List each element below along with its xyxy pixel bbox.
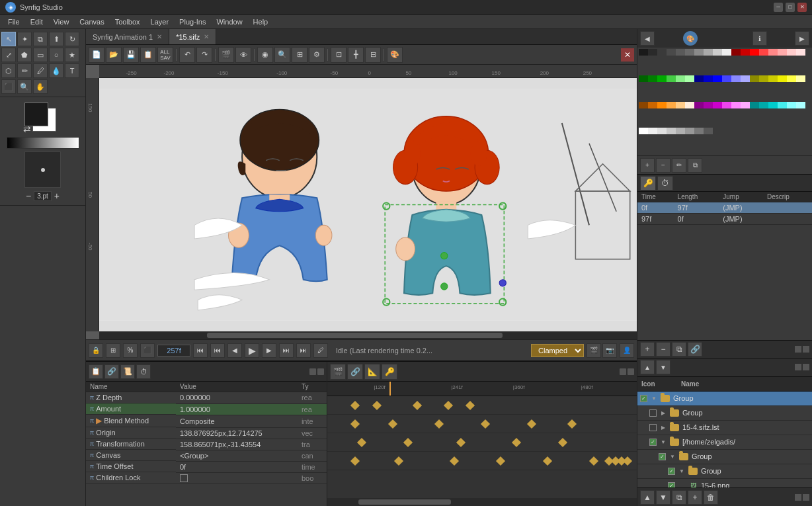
color-cell-34[interactable] [787, 75, 796, 82]
color-cell-30[interactable] [750, 75, 759, 82]
tool-text[interactable]: T [65, 63, 79, 78]
color-cell-0[interactable] [639, 49, 648, 56]
toggle-guides[interactable]: ╋ [348, 47, 364, 63]
keyframe-diamond[interactable] [567, 419, 577, 429]
frame-input[interactable] [157, 345, 190, 357]
color-cell-21[interactable] [667, 75, 676, 82]
wp-tab-waypoints[interactable]: 🔑 [640, 176, 656, 190]
color-cell-60[interactable] [694, 128, 704, 134]
keyframe-diamond[interactable] [589, 456, 598, 466]
table-row[interactable]: πZ Depth0.000000rea [86, 392, 327, 404]
color-cell-1[interactable] [648, 49, 657, 56]
undo-button[interactable]: ↶ [179, 47, 195, 63]
close-button[interactable]: ✕ [797, 3, 807, 12]
list-item[interactable]: ✓▼Group [637, 464, 812, 479]
color-cell-14[interactable] [768, 49, 778, 56]
layer-check-4[interactable]: ✓ [647, 439, 659, 446]
color-cell-8[interactable] [713, 49, 722, 56]
tool-fill[interactable]: ⬛ [1, 79, 16, 94]
timeline-scrollbar[interactable] [327, 498, 637, 506]
color-cell-58[interactable] [676, 128, 685, 134]
keyframe-diamond[interactable] [444, 401, 453, 410]
layer-expand-5[interactable]: ▼ [668, 454, 677, 460]
color-cell-41[interactable] [685, 102, 694, 108]
keyframe-diamond[interactable] [350, 456, 360, 466]
layers-scroll-up[interactable]: ▲ [640, 360, 655, 374]
tl-tab-keyframes[interactable]: 🔑 [382, 364, 397, 380]
layers-nav-1[interactable] [795, 364, 801, 370]
wp-link-button[interactable]: 🔗 [688, 342, 702, 357]
step-forward-button[interactable]: ▶ [262, 343, 276, 358]
tool-rect[interactable]: ▭ [33, 48, 48, 62]
canvas-percent-button[interactable]: % [123, 343, 138, 358]
color-cell-13[interactable] [759, 49, 768, 56]
tool-eyedrop[interactable]: 💧 [49, 63, 63, 78]
tool-mirror[interactable]: ⬟ [17, 48, 32, 62]
color-cell-10[interactable] [731, 49, 741, 56]
layer-check-2[interactable] [647, 409, 659, 417]
canvas-lock-button[interactable]: 🔒 [89, 343, 103, 358]
loop-button[interactable]: 🖊 [313, 343, 328, 358]
table-row[interactable]: πOrigin138.876925px,12.714275vec [86, 427, 327, 439]
layer-move-down-button[interactable]: ▼ [656, 490, 670, 505]
color-cell-51[interactable] [778, 102, 787, 108]
canvas-export-button[interactable]: ⬛ [140, 343, 155, 358]
next-keyframe-button[interactable]: ⏭ [279, 343, 294, 358]
tool-rotate[interactable]: ↻ [65, 32, 79, 46]
timeline-scrollbar-thumb[interactable] [358, 499, 451, 505]
tl-tab-canvas[interactable]: 📐 [364, 364, 380, 380]
tl-tab-animation[interactable]: 🎬 [330, 364, 346, 380]
list-item[interactable]: ✓▼[/home/zelgadis/ [637, 435, 812, 450]
color-cell-7[interactable] [704, 49, 713, 56]
color-cell-12[interactable] [750, 49, 759, 56]
table-row[interactable]: πTransformation158.865071px,-31.43554tra [86, 439, 327, 450]
redo-button[interactable]: ↷ [196, 47, 212, 63]
size-minus-button[interactable]: − [26, 190, 31, 201]
tool-polygon[interactable]: ⬡ [1, 63, 16, 78]
keyframe-diamond[interactable] [403, 438, 413, 447]
color-cell-32[interactable] [768, 75, 778, 82]
layer-expand-2[interactable]: ▶ [659, 410, 668, 416]
color-cell-42[interactable] [694, 102, 704, 108]
color-cell-9[interactable] [722, 49, 731, 56]
color-cell-52[interactable] [787, 102, 796, 108]
layer-expand-6[interactable]: ▼ [677, 468, 686, 474]
size-plus-button[interactable]: + [54, 190, 60, 201]
color-cell-4[interactable] [676, 49, 685, 56]
menu-edit[interactable]: Edit [25, 17, 48, 27]
canvas-area[interactable]: -250 -200 -150 -100 -50 0 50 100 150 200… [86, 65, 637, 339]
layers-nav-2[interactable] [803, 364, 809, 370]
layer-expand-3[interactable]: ▶ [659, 425, 668, 431]
keyframe-diamond[interactable] [357, 438, 366, 447]
record-button[interactable]: 👤 [620, 343, 634, 358]
color-cell-36[interactable] [639, 102, 648, 108]
layer-check-3[interactable] [647, 424, 659, 431]
save-all-button[interactable]: ALLSAV [157, 47, 173, 63]
wp-scroll-down[interactable] [803, 346, 809, 353]
color-cell-57[interactable] [667, 128, 676, 134]
list-item[interactable]: ✓▼Group [637, 450, 812, 464]
props-tab4[interactable]: ⏱ [136, 364, 151, 379]
canvas-fit-button[interactable]: ⊞ [106, 343, 120, 358]
color-cell-27[interactable] [722, 75, 731, 82]
color-cell-17[interactable] [796, 49, 805, 56]
menu-canvas[interactable]: Canvas [74, 17, 109, 27]
wp-add-button[interactable]: + [640, 342, 655, 357]
color-cell-20[interactable] [657, 75, 667, 82]
color-cell-28[interactable] [731, 75, 741, 82]
toggle-onion-button[interactable]: ◉ [257, 47, 273, 63]
edit-palette-button[interactable]: ✏ [672, 158, 686, 173]
keyframe-diamond[interactable] [413, 401, 422, 410]
tool-smooth[interactable]: ✦ [17, 32, 32, 46]
color-cell-39[interactable] [667, 102, 676, 108]
layers-action-nav2[interactable] [803, 494, 809, 501]
table-row[interactable]: πCanvas<Group>can [86, 450, 327, 461]
layer-check-7[interactable]: ✓ [665, 482, 677, 488]
keyframe-diamond[interactable] [350, 419, 360, 429]
color-cell-53[interactable] [796, 102, 805, 108]
swap-colors-button[interactable]: ⇄ [23, 124, 31, 134]
close-canvas-button[interactable]: ✕ [621, 48, 634, 62]
props-tab1[interactable]: 📋 [89, 364, 103, 379]
tool-circle[interactable]: ○ [49, 48, 63, 62]
new-canvas-button[interactable]: 📄 [89, 47, 104, 63]
